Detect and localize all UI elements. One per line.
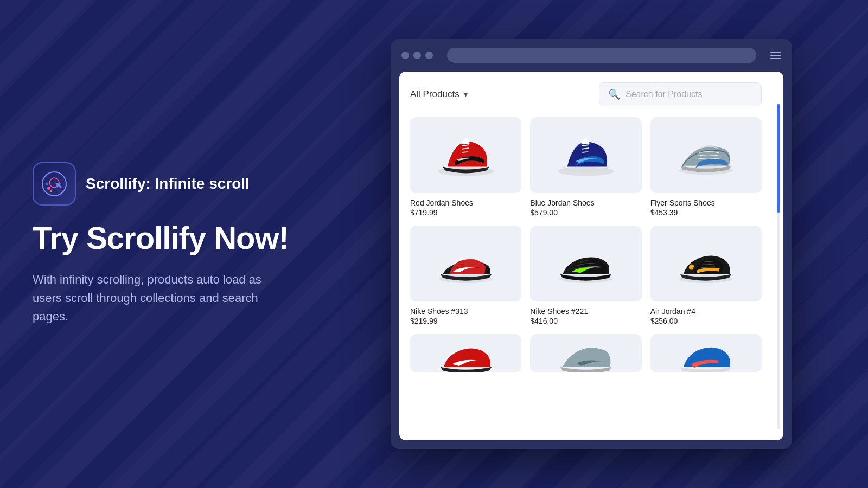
app-logo [33,162,76,206]
product-name: Nike Shoes #313 [410,307,521,316]
svg-point-3 [50,190,52,192]
browser-titlebar [391,39,792,72]
product-image-container [650,226,762,301]
product-price: $453.39 [650,208,762,217]
product-image-container [410,117,521,193]
product-image-container-partial [530,334,641,372]
product-card[interactable]: Blue Jordan Shoes $579.00 [530,117,641,217]
product-image-container-partial [410,334,521,372]
filter-label: All Products [410,89,459,100]
browser-window: All Products ▾ 🔍 Search for Products [391,39,792,449]
dropdown-arrow-icon: ▾ [464,90,468,99]
product-toolbar: All Products ▾ 🔍 Search for Products [410,82,773,106]
product-image-container [650,117,762,193]
product-price: $256.00 [650,317,762,325]
product-price: $219.99 [410,317,521,325]
product-card-partial[interactable] [530,334,641,377]
product-image-container [530,117,641,193]
product-price: $719.99 [410,208,521,217]
search-placeholder: Search for Products [626,89,702,99]
product-card-partial[interactable] [650,334,762,377]
browser-url-bar [447,48,756,63]
svg-line-11 [582,152,588,152]
app-title: Scrollify: Infinite scroll [86,175,250,192]
browser-dot-maximize [425,52,433,59]
hero-description: With infinity scrolling, products auto l… [33,271,282,326]
product-grid: Red Jordan Shoes $719.99 [410,117,773,325]
filter-dropdown[interactable]: All Products ▾ [410,89,468,100]
scrollbar-thumb[interactable] [777,104,780,213]
right-panel: All Products ▾ 🔍 Search for Products [347,39,835,449]
svg-line-7 [462,152,468,152]
search-icon: 🔍 [608,88,620,100]
browser-dot-minimize [413,52,421,59]
product-card[interactable]: Nike Shoes #313 $219.99 [410,226,521,325]
product-name: Flyer Sports Shoes [650,198,762,207]
product-card-partial[interactable] [410,334,521,377]
product-image-container-partial [650,334,762,372]
product-name: Air Jordan #4 [650,307,762,316]
scrollbar-track[interactable] [777,104,780,429]
hero-heading: Try Scrollify Now! [33,221,315,255]
browser-dot-close [401,52,409,59]
product-card[interactable]: Nike Shoes #221 $416.00 [530,226,641,325]
search-bar[interactable]: 🔍 Search for Products [599,82,762,106]
product-name: Blue Jordan Shoes [530,198,641,207]
product-card[interactable]: Flyer Sports Shoes $453.39 [650,117,762,217]
product-name: Red Jordan Shoes [410,198,521,207]
hamburger-menu-icon[interactable] [770,52,781,59]
left-panel: Scrollify: Infinite scroll Try Scrollify… [33,162,315,326]
browser-dots [401,52,433,59]
product-grid-partial [410,334,773,377]
svg-point-2 [46,182,48,185]
app-header: Scrollify: Infinite scroll [33,162,315,206]
product-price: $579.00 [530,208,641,217]
product-image-container [530,226,641,301]
svg-point-1 [47,187,50,190]
product-price: $416.00 [530,317,641,325]
product-name: Nike Shoes #221 [530,307,641,316]
product-card[interactable]: Red Jordan Shoes $719.99 [410,117,521,217]
product-image-container [410,226,521,301]
product-card[interactable]: Air Jordan #4 $256.00 [650,226,762,325]
browser-content: All Products ▾ 🔍 Search for Products [399,72,783,440]
